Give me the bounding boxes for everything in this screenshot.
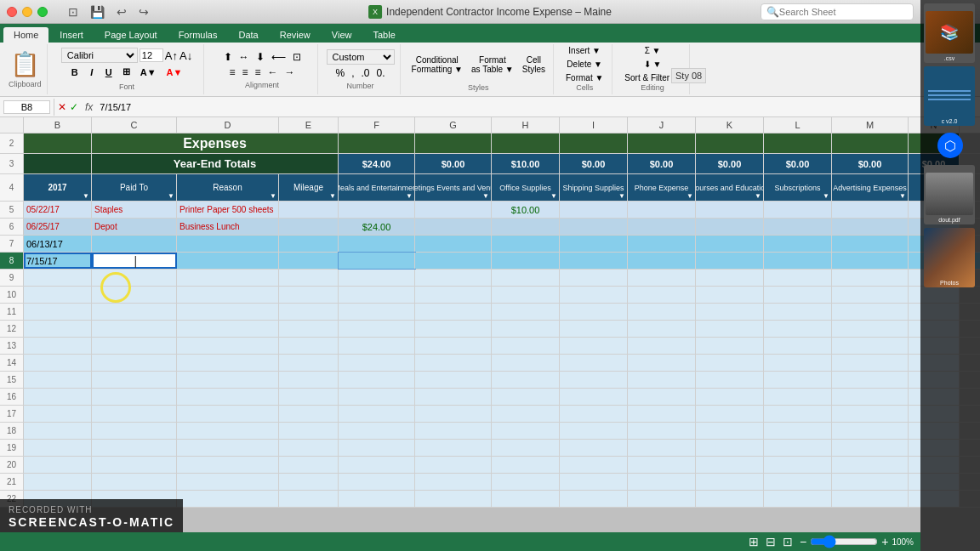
cell-I9[interactable] (560, 270, 628, 286)
cell-G21[interactable] (415, 474, 492, 490)
cell-styles-button[interactable]: CellStyles (520, 53, 548, 77)
cell-B10[interactable] (24, 287, 92, 303)
cell-E10[interactable] (279, 287, 339, 303)
cell-H16[interactable] (492, 389, 560, 405)
decrease-decimal-button[interactable]: 0. (374, 66, 388, 80)
page-layout-view-button[interactable]: ⊡ (783, 535, 793, 548)
cell-h3[interactable]: $10.00 (492, 154, 560, 173)
cell-E12[interactable] (279, 321, 339, 337)
cell-C18[interactable] (92, 423, 177, 439)
cell-reference-box[interactable] (3, 100, 50, 114)
cell-I18[interactable] (560, 423, 628, 439)
cell-M19[interactable] (832, 440, 909, 456)
row-num-18[interactable]: 18 (0, 423, 24, 439)
cell-K14[interactable] (696, 355, 764, 371)
cell-J18[interactable] (628, 423, 696, 439)
tab-view[interactable]: View (322, 27, 362, 43)
cell-G15[interactable] (415, 372, 492, 388)
cell-D17[interactable] (177, 406, 279, 422)
row-num-5[interactable]: 5 (0, 202, 24, 218)
cell-l4-subs[interactable]: Subscriptions ▼ (764, 174, 832, 201)
confirm-formula-button[interactable]: ✓ (70, 101, 78, 113)
toolbar-icon-1[interactable]: ⊡ (65, 3, 82, 20)
indent-increase-button[interactable]: → (282, 65, 298, 79)
cell-h8[interactable] (492, 253, 560, 269)
cell-K9[interactable] (696, 270, 764, 286)
cell-k5[interactable] (696, 202, 764, 218)
cell-J14[interactable] (628, 355, 696, 371)
cell-D20[interactable] (177, 457, 279, 473)
normal-view-button[interactable]: ⊞ (749, 535, 759, 548)
page-break-view-button[interactable]: ⊟ (766, 535, 776, 548)
cell-g3[interactable]: $0.00 (415, 154, 492, 173)
cell-m8[interactable] (832, 253, 909, 269)
cell-f5[interactable] (339, 202, 415, 218)
cell-L21[interactable] (764, 474, 832, 490)
file-thumb-photo[interactable]: Photos (924, 228, 975, 287)
cell-I21[interactable] (560, 474, 628, 490)
cell-j7[interactable] (628, 236, 696, 252)
cell-c5[interactable]: Staples (92, 202, 177, 218)
zoom-slider[interactable] (810, 535, 878, 548)
cell-K11[interactable] (696, 304, 764, 320)
tab-data[interactable]: Data (228, 27, 268, 43)
cell-h5[interactable]: $10.00 (492, 202, 560, 218)
cell-H17[interactable] (492, 406, 560, 422)
cell-J12[interactable] (628, 321, 696, 337)
cancel-formula-button[interactable]: ✕ (58, 101, 66, 113)
cell-E22[interactable] (279, 491, 339, 507)
tab-insert[interactable]: Insert (49, 27, 94, 43)
row-num-15[interactable]: 15 (0, 372, 24, 388)
cell-K17[interactable] (696, 406, 764, 422)
cell-D14[interactable] (177, 355, 279, 371)
row-num-16[interactable]: 16 (0, 389, 24, 405)
cell-J11[interactable] (628, 304, 696, 320)
col-header-g[interactable]: G (415, 117, 492, 133)
cell-C10[interactable] (92, 287, 177, 303)
cell-M14[interactable] (832, 355, 909, 371)
cell-b8[interactable]: 7/15/17 (24, 253, 92, 269)
cell-L17[interactable] (764, 406, 832, 422)
file-thumb-spreadsheet[interactable]: c v2.0 (924, 66, 975, 126)
minimize-button[interactable] (22, 7, 32, 17)
cell-d7[interactable] (177, 236, 279, 252)
cell-H22[interactable] (492, 491, 560, 507)
file-thumb-pdf[interactable]: dout.pdf (924, 165, 975, 224)
cell-B17[interactable] (24, 406, 92, 422)
cell-J16[interactable] (628, 389, 696, 405)
cell-C13[interactable] (92, 338, 177, 354)
cell-i4-shipping[interactable]: Shipping Supplies ▼ (560, 174, 628, 201)
cell-k3[interactable]: $0.00 (696, 154, 764, 173)
col-header-j[interactable]: J (628, 117, 696, 133)
cell-F11[interactable] (339, 304, 415, 320)
tab-home[interactable]: Home (3, 27, 48, 43)
cell-F9[interactable] (339, 270, 415, 286)
cell-I13[interactable] (560, 338, 628, 354)
cell-e6[interactable] (279, 219, 339, 235)
cell-M10[interactable] (832, 287, 909, 303)
cell-H10[interactable] (492, 287, 560, 303)
cell-M16[interactable] (832, 389, 909, 405)
cell-h6[interactable] (492, 219, 560, 235)
align-bottom-button[interactable]: ⬇ (254, 50, 267, 64)
row-num-8[interactable]: 8 (0, 253, 24, 269)
align-center-button[interactable]: ≡ (240, 65, 251, 79)
grid[interactable]: 2 Expenses 3 Year-End To (0, 133, 980, 532)
cell-F19[interactable] (339, 440, 415, 456)
cell-C17[interactable] (92, 406, 177, 422)
row-num-12[interactable]: 12 (0, 321, 24, 337)
cell-i3[interactable]: $0.00 (560, 154, 628, 173)
cell-i5[interactable] (560, 202, 628, 218)
cell-m7[interactable] (832, 236, 909, 252)
cell-j8[interactable] (628, 253, 696, 269)
align-middle-button[interactable]: ↔ (236, 50, 252, 64)
cell-C16[interactable] (92, 389, 177, 405)
cell-F18[interactable] (339, 423, 415, 439)
cell-l3[interactable]: $0.00 (764, 154, 832, 173)
cell-L22[interactable] (764, 491, 832, 507)
zoom-out-button[interactable]: − (800, 535, 806, 548)
cell-L15[interactable] (764, 372, 832, 388)
cell-D21[interactable] (177, 474, 279, 490)
tab-table[interactable]: Table (362, 27, 405, 43)
cell-d6[interactable]: Business Lunch (177, 219, 279, 235)
